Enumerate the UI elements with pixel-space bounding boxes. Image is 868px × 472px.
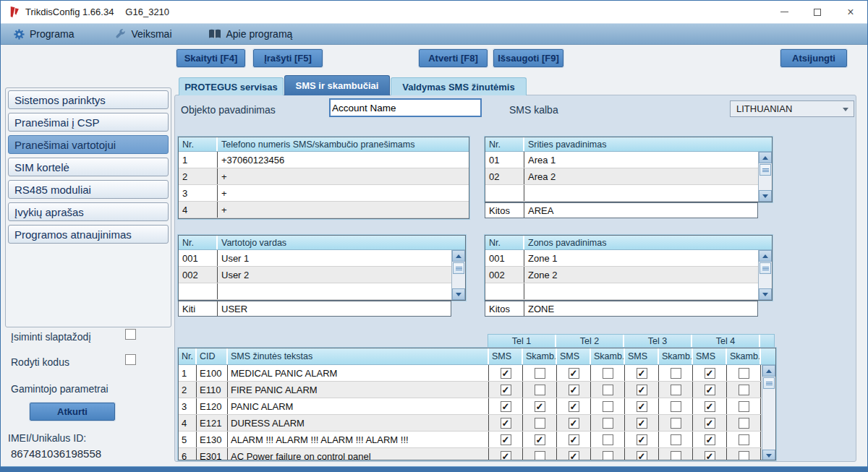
menu-apie[interactable]: Apie programą [208,28,293,40]
sms-checkbox[interactable]: ✓ [637,434,647,445]
tab-sms-ir-skambuciai[interactable]: SMS ir skambučiai [284,75,390,95]
value-cell[interactable]: + [218,168,469,184]
sms-checkbox[interactable]: ✓ [501,385,511,395]
sms-checkbox[interactable]: ✓ [569,451,579,461]
sms-text-cell[interactable]: PANIC ALARM [228,398,489,414]
scroll-down-icon[interactable] [759,288,772,300]
nr-cell[interactable]: 4 [179,202,218,218]
cid-cell[interactable]: E100 [197,365,228,381]
sms-text-cell[interactable]: AC Power failure on control panel [228,448,489,460]
sms-checkbox[interactable]: ✓ [637,451,647,461]
call-checkbox[interactable]: ✓ [535,434,545,445]
value-cell[interactable]: Area 1 [524,152,758,168]
open-button[interactable]: Atverti [F8] [419,49,488,67]
call-checkbox[interactable] [603,401,613,412]
nr-cell[interactable]: 1 [179,152,218,168]
call-checkbox[interactable]: ✓ [535,401,545,412]
minimize-button[interactable] [767,1,801,23]
sms-checkbox[interactable]: ✓ [501,368,511,379]
nr-cell[interactable]: 2 [179,382,197,398]
other-value-cell[interactable]: ZONE [524,301,757,316]
object-name-input[interactable] [329,98,482,117]
sms-text-cell[interactable]: DURESS ALARM [228,415,489,431]
sidebar-item-pranesimai-csp[interactable]: Pranešimai į CSP [8,113,169,132]
call-checkbox[interactable] [671,451,681,461]
write-button[interactable]: Įrašyti [F5] [253,49,323,67]
sms-text-cell[interactable]: FIRE PANIC ALARM [228,382,489,398]
value-cell[interactable]: Area 2 [524,168,758,184]
call-checkbox[interactable] [671,368,681,379]
menu-veiksmai[interactable]: Veiksmai [114,28,171,40]
sms-checkbox[interactable]: ✓ [705,434,715,445]
sms-checkbox[interactable]: ✓ [501,451,511,461]
call-checkbox[interactable] [535,385,545,395]
call-checkbox[interactable] [739,451,749,461]
nr-cell[interactable]: 1 [179,365,197,381]
call-checkbox[interactable] [739,434,749,445]
sidebar-item-pranesimai-vartotojui[interactable]: Pranešimai vartotojui [8,135,169,154]
sms-language-select[interactable]: LITHUANIAN [730,100,854,117]
nr-cell[interactable]: 02 [485,168,524,184]
read-button[interactable]: Skaityti [F4] [176,49,245,67]
call-checkbox[interactable] [739,401,749,412]
sidebar-item-ivykiu-aprasas[interactable]: Įvykių aprašas [8,202,169,221]
sms-checkbox[interactable]: ✓ [705,451,715,461]
sidebar-item-programos-atnaujinimas[interactable]: Programos atnaujinimas [8,225,169,244]
sms-checkbox[interactable]: ✓ [637,368,647,379]
tab-valdymas-sms-zinutemis[interactable]: Valdymas SMS žinutėmis [391,77,527,95]
value-cell[interactable]: User 1 [218,250,451,266]
value-cell[interactable] [524,185,758,201]
sms-checkbox[interactable]: ✓ [569,401,579,412]
close-button[interactable]: × [834,1,867,23]
value-cell[interactable]: + [218,202,469,218]
sidebar-item-sistemos-parinktys[interactable]: Sistemos parinktys [8,90,169,109]
call-checkbox[interactable] [535,451,545,461]
call-checkbox[interactable] [535,418,545,429]
scroll-up-icon[interactable] [452,250,465,262]
call-checkbox[interactable] [603,434,613,445]
value-cell[interactable] [524,283,758,299]
scroll-down-icon[interactable] [762,450,775,460]
other-value-cell[interactable]: AREA [524,203,757,218]
sms-checkbox[interactable]: ✓ [637,385,647,395]
nr-cell[interactable] [485,283,524,299]
sms-checkbox[interactable]: ✓ [705,385,715,395]
scroll-up-icon[interactable] [759,250,772,262]
call-checkbox[interactable] [603,385,613,395]
scrollbar-thumb[interactable] [763,377,775,389]
sms-checkbox[interactable]: ✓ [501,418,511,429]
cid-cell[interactable]: E301 [197,448,228,460]
nr-cell[interactable]: 002 [179,267,218,283]
value-cell[interactable]: Zone 2 [524,267,758,283]
scrollbar-thumb[interactable] [760,164,771,176]
call-checkbox[interactable] [535,368,545,379]
nr-cell[interactable] [485,185,524,201]
cid-cell[interactable]: E110 [197,382,228,398]
sms-text-cell[interactable]: MEDICAL PANIC ALARM [228,365,489,381]
restore-button[interactable]: Atkurti [30,403,115,421]
disconnect-button[interactable]: Atsijungti [780,49,847,67]
call-checkbox[interactable] [739,368,749,379]
sms-checkbox[interactable]: ✓ [637,418,647,429]
call-checkbox[interactable] [739,385,749,395]
sms-checkbox[interactable]: ✓ [569,418,579,429]
scroll-up-icon[interactable] [762,365,775,377]
sms-checkbox[interactable]: ✓ [569,434,579,445]
sms-checkbox[interactable]: ✓ [705,401,715,412]
other-value-cell[interactable]: USER [218,301,451,316]
sidebar-item-sim-kortele[interactable]: SIM kortelė [8,158,169,176]
nr-cell[interactable]: 3 [179,185,218,201]
value-cell[interactable]: + [218,185,469,201]
sms-checkbox[interactable]: ✓ [569,385,579,395]
scrollbar-thumb[interactable] [453,262,464,274]
nr-cell[interactable]: 5 [179,432,197,447]
value-cell[interactable] [218,283,451,299]
sms-checkbox[interactable]: ✓ [501,401,511,412]
nr-cell[interactable]: 3 [179,398,197,414]
nr-cell[interactable]: 001 [485,250,524,266]
save-button[interactable]: Išsaugoti [F9] [493,49,563,67]
nr-cell[interactable]: 2 [179,168,218,184]
value-cell[interactable]: Zone 1 [524,250,758,266]
sms-checkbox[interactable]: ✓ [637,401,647,412]
cid-cell[interactable]: E130 [197,432,228,447]
